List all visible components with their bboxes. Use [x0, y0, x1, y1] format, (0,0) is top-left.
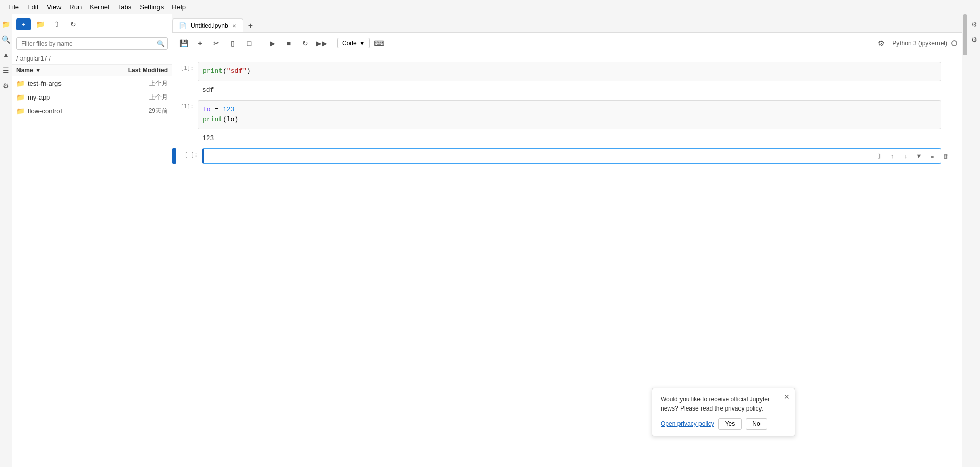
sidebar-settings2-icon[interactable]: ⚙ — [1, 80, 12, 91]
sidebar-search-icon[interactable]: 🔍 — [1, 34, 12, 45]
privacy-policy-link[interactable]: Open privacy policy — [661, 420, 714, 427]
no-button[interactable]: No — [746, 418, 767, 430]
sidebar-files-icon[interactable]: 📁 — [1, 18, 12, 30]
sort-icon: ▼ — [35, 67, 42, 74]
list-item[interactable]: 📁 my-app 上个月 — [12, 90, 172, 104]
cell-actions: ▯ ↑ ↓ ▼ ≡ 🗑 — [873, 150, 951, 162]
modified-column-header[interactable]: Last Modified — [122, 67, 168, 74]
move-down-action[interactable]: ↓ — [900, 150, 911, 162]
folder-icon: 📁 — [16, 80, 25, 87]
delete-cell-action[interactable]: 🗑 — [940, 150, 951, 162]
toolbar-divider — [261, 38, 261, 48]
file-panel: + 📁 ⇧ ↻ 🔍 / angular17 / Name ▼ Last Modi… — [12, 14, 172, 467]
folder-icon: 📁 — [16, 107, 25, 115]
kernel-info: ⚙ Python 3 (ipykernel) — [874, 36, 957, 50]
sidebar-running-icon[interactable]: ▲ — [1, 49, 12, 61]
tab-bar: 📄 Untitled.ipynb ✕ + — [172, 14, 962, 33]
file-item-name: my-app — [28, 93, 122, 101]
main-container: 📁 🔍 ▲ ☰ ⚙ + 📁 ⇧ ↻ 🔍 / angular17 / Name ▼ — [0, 14, 980, 467]
save-button[interactable]: 💾 — [176, 36, 191, 50]
left-icon-sidebar: 📁 🔍 ▲ ☰ ⚙ — [0, 14, 12, 467]
file-item-modified: 上个月 — [122, 93, 168, 102]
right-sidebar: ⚙ ⚙ — [968, 14, 980, 467]
cell-type-select[interactable]: Code ▼ — [337, 38, 370, 48]
notification-actions: Open privacy policy Yes No — [661, 418, 787, 430]
file-item-modified: 29天前 — [122, 107, 168, 115]
refresh-button[interactable]: ↻ — [67, 17, 80, 31]
menu-help[interactable]: Help — [168, 2, 190, 12]
file-item-name: test-fn-args — [28, 80, 122, 87]
yes-button[interactable]: Yes — [718, 418, 742, 430]
copy-cell-action[interactable]: ▯ — [873, 150, 885, 162]
add-before-action[interactable]: ▼ — [913, 150, 925, 162]
keyboard-shortcuts-button[interactable]: ⌨ — [372, 36, 386, 50]
tab-close-button[interactable]: ✕ — [232, 23, 236, 29]
kernel-status-indicator — [951, 40, 957, 46]
notification-popup: ✕ Would you like to receive official Jup… — [652, 388, 795, 436]
right-settings2-icon[interactable]: ⚙ — [969, 34, 980, 45]
menu-view[interactable]: View — [43, 2, 65, 12]
scrollbar-thumb[interactable] — [963, 14, 967, 55]
cut-cell-button[interactable]: ✂ — [209, 36, 224, 50]
cell-input[interactable]: print("sdf") — [198, 62, 941, 81]
list-item[interactable]: 📁 flow-control 29天前 — [12, 104, 172, 118]
cell-wrapper-active: [ ]: ▯ ↑ ↓ ▼ ≡ 🗑 — [172, 148, 962, 164]
notebook-area: 📄 Untitled.ipynb ✕ + 💾 + ✂ ▯ □ ▶ ■ ↻ ▶▶ … — [172, 14, 962, 467]
cell-input[interactable]: lo = 123 print(lo) — [198, 100, 941, 129]
search-input[interactable] — [16, 37, 168, 50]
menu-kernel[interactable]: Kernel — [86, 2, 113, 12]
scrollbar[interactable] — [962, 14, 968, 467]
folder-icon: 📁 — [16, 93, 25, 101]
cell-output: sdf — [198, 82, 941, 98]
menu-edit[interactable]: Edit — [23, 2, 43, 12]
name-column-header[interactable]: Name ▼ — [16, 67, 122, 74]
notification-close-button[interactable]: ✕ — [784, 393, 790, 401]
notification-text: Would you like to receive official Jupyt… — [661, 395, 787, 413]
run-all-button[interactable]: ▶▶ — [314, 36, 329, 50]
tab-title: Untitled.ipynb — [191, 22, 228, 29]
list-item[interactable]: 📁 test-fn-args 上个月 — [12, 76, 172, 90]
breadcrumb: / angular17 / — [12, 53, 172, 65]
file-list-header: Name ▼ Last Modified — [12, 65, 172, 76]
menu-bar: File Edit View Run Kernel Tabs Settings … — [0, 0, 980, 14]
menu-settings[interactable]: Settings — [135, 2, 168, 12]
notebook-file-icon: 📄 — [179, 22, 187, 29]
move-up-action[interactable]: ↑ — [887, 150, 898, 162]
toolbar-divider2 — [333, 38, 333, 48]
run-cell-button[interactable]: ▶ — [265, 36, 279, 50]
cell-number: [1]: — [172, 100, 198, 146]
interrupt-button[interactable]: ■ — [282, 36, 296, 50]
merge-action[interactable]: ≡ — [927, 150, 938, 162]
file-item-modified: 上个月 — [122, 79, 168, 88]
upload-button[interactable]: ⇧ — [50, 17, 64, 31]
chevron-down-icon: ▼ — [359, 40, 365, 47]
notebook-toolbar: 💾 + ✂ ▯ □ ▶ ■ ↻ ▶▶ Code ▼ ⌨ ⚙ Python 3 (… — [172, 33, 962, 53]
restart-button[interactable]: ↻ — [298, 36, 312, 50]
menu-run[interactable]: Run — [65, 2, 86, 12]
cell-number-active: [ ]: — [176, 148, 202, 164]
sidebar-commands-icon[interactable]: ☰ — [1, 65, 12, 76]
copy-cell-button[interactable]: ▯ — [226, 36, 240, 50]
file-list: 📁 test-fn-args 上个月 📁 my-app 上个月 📁 flow-c… — [12, 76, 172, 467]
paste-cell-button[interactable]: □ — [242, 36, 256, 50]
file-item-name: flow-control — [28, 107, 122, 115]
cell-output: 123 — [198, 130, 941, 146]
right-settings-icon[interactable]: ⚙ — [969, 18, 980, 30]
search-box: 🔍 — [16, 37, 168, 50]
plus-icon: + — [22, 21, 26, 28]
cell-wrapper: [1]: print("sdf") sdf — [172, 62, 962, 98]
menu-file[interactable]: File — [4, 2, 23, 12]
add-tab-button[interactable]: + — [244, 19, 257, 32]
new-button[interactable]: + — [16, 18, 31, 30]
search-icon: 🔍 — [157, 40, 165, 47]
notebook-tab[interactable]: 📄 Untitled.ipynb ✕ — [172, 18, 243, 32]
file-panel-toolbar: + 📁 ⇧ ↻ — [12, 14, 172, 34]
kernel-settings-button[interactable]: ⚙ — [874, 36, 888, 50]
cell-wrapper: [1]: lo = 123 print(lo) 123 — [172, 100, 962, 146]
cell-number: [1]: — [172, 62, 198, 98]
cell-input-active[interactable] — [202, 148, 941, 164]
add-cell-button[interactable]: + — [193, 36, 207, 50]
cells-container: [1]: print("sdf") sdf [1]: lo = 123 prin… — [172, 53, 962, 467]
menu-tabs[interactable]: Tabs — [113, 2, 135, 12]
open-folder-button[interactable]: 📁 — [34, 17, 47, 31]
